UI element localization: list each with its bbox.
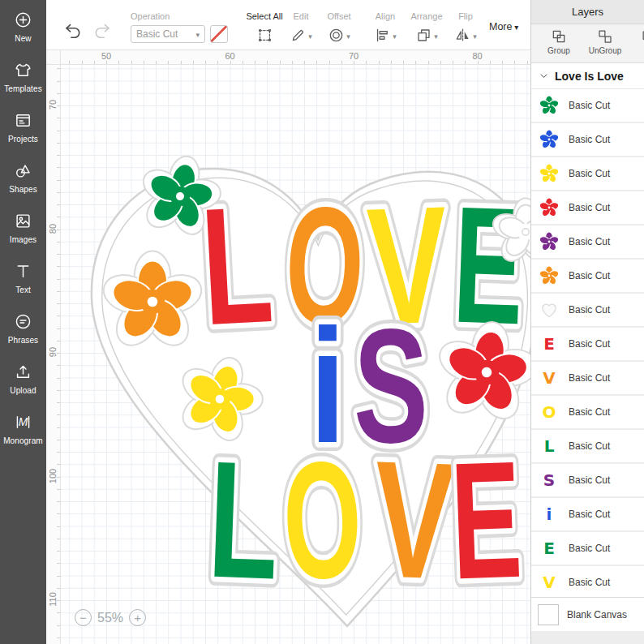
- letter-layer-icon: E: [538, 537, 560, 560]
- layer-row[interactable]: OBasic Cut: [531, 396, 644, 428]
- layer-row[interactable]: Basic Cut: [531, 225, 644, 258]
- layer-group-title: Love Is Love: [555, 70, 624, 83]
- ruler-tick: [57, 378, 60, 379]
- sidebar-item-text[interactable]: Text: [0, 262, 46, 294]
- offset-group: Offset: [319, 11, 359, 45]
- ruler-tick: [57, 612, 60, 613]
- canvas-letter-O[interactable]: O: [281, 425, 365, 613]
- pencil-icon: [290, 27, 307, 44]
- ruler-tick: [280, 61, 281, 64]
- d-button[interactable]: D: [632, 28, 644, 55]
- left-sidebar: NewTemplatesProjectsShapesImagesTextPhra…: [0, 0, 46, 644]
- layer-label: Basic Cut: [569, 440, 610, 452]
- ruler-number: 60: [225, 51, 234, 61]
- ruler-tick: [57, 551, 60, 552]
- images-icon: [14, 212, 32, 230]
- sidebar-item-upload[interactable]: Upload: [0, 363, 46, 395]
- canvas-letter-V[interactable]: V: [371, 425, 457, 613]
- undo-button[interactable]: [62, 20, 84, 41]
- flip-button[interactable]: [449, 25, 483, 45]
- top-toolbar: Operation Basic Cut Select All Edit Offs…: [46, 0, 530, 50]
- layers-panel-title: Layers: [531, 0, 644, 24]
- layer-label: Basic Cut: [569, 134, 610, 145]
- ruler-tick: [57, 155, 60, 156]
- layer-group-header[interactable]: Love Is Love: [531, 63, 644, 89]
- zoom-out-button[interactable]: −: [75, 609, 92, 626]
- ruler-tick: [57, 328, 60, 329]
- operation-select[interactable]: Basic Cut: [131, 25, 205, 43]
- ruler-tick: [57, 563, 60, 564]
- ruler-tick: [316, 61, 317, 64]
- blank-canvas-row[interactable]: Blank Canvas: [531, 597, 644, 631]
- ruler-tick: [57, 513, 60, 514]
- monogram-icon: M: [14, 413, 32, 431]
- offset-icon: [328, 27, 345, 44]
- flower-layer-icon: [538, 264, 560, 287]
- chevron-down-icon: [473, 28, 477, 42]
- zoom-in-button[interactable]: +: [129, 609, 146, 626]
- group-button[interactable]: Group: [538, 28, 580, 55]
- chevron-down-icon[interactable]: [538, 70, 550, 82]
- layer-row[interactable]: EBasic Cut: [531, 532, 644, 565]
- flip-group: Flip: [449, 11, 483, 45]
- layer-row[interactable]: Basic Cut: [531, 157, 644, 190]
- design-canvas[interactable]: LLOOVVEEiiSSLLOOVVEE: [61, 65, 530, 644]
- layer-row[interactable]: LBasic Cut: [531, 430, 644, 462]
- sidebar-item-projects[interactable]: Projects: [0, 111, 46, 144]
- layer-row[interactable]: SBasic Cut: [531, 464, 644, 496]
- operation-value: Basic Cut: [136, 28, 178, 40]
- sidebar-item-shapes[interactable]: Shapes: [0, 161, 46, 194]
- ruler-tick: [453, 61, 453, 64]
- svg-text:M: M: [19, 415, 28, 428]
- ruler-tick: [57, 254, 60, 255]
- flower-layer-icon: [538, 196, 560, 219]
- sidebar-item-monogram[interactable]: MMonogram: [0, 413, 46, 445]
- horizontal-ruler: 50607080: [61, 50, 530, 65]
- sidebar-item-phrases[interactable]: Phrases: [0, 312, 46, 345]
- ruler-tick: [230, 61, 231, 64]
- ruler-tick: [144, 61, 144, 64]
- layer-row[interactable]: Basic Cut: [531, 123, 644, 156]
- flip-label: Flip: [449, 11, 483, 21]
- arrange-button[interactable]: [405, 25, 449, 45]
- flower-layer-icon: [538, 128, 560, 151]
- letter-layer-icon: i: [538, 503, 560, 526]
- ruler-tick: [57, 131, 60, 131]
- cricut-design-space: NewTemplatesProjectsShapesImagesTextPhra…: [0, 0, 644, 644]
- layer-row[interactable]: iBasic Cut: [531, 498, 644, 530]
- layer-row[interactable]: Basic Cut: [531, 89, 644, 122]
- more-button[interactable]: More: [489, 21, 518, 32]
- letter-layer-icon: L: [538, 435, 560, 457]
- offset-button[interactable]: [319, 25, 359, 45]
- layer-row[interactable]: VBasic Cut: [531, 362, 644, 394]
- sidebar-item-new[interactable]: New: [0, 11, 46, 43]
- layer-row[interactable]: Basic Cut: [531, 260, 644, 292]
- edit-button[interactable]: [281, 25, 320, 45]
- layer-row[interactable]: Basic Cut: [531, 294, 644, 326]
- ruler-tick: [57, 192, 60, 193]
- canvas-letter-L[interactable]: L: [206, 426, 282, 614]
- canvas-letter-E[interactable]: E: [449, 426, 525, 614]
- layer-label: Basic Cut: [569, 100, 610, 111]
- color-swatch[interactable]: [210, 25, 228, 43]
- ruler-tick: [490, 61, 491, 64]
- sidebar-item-images[interactable]: Images: [0, 212, 46, 244]
- sidebar-item-label: Templates: [4, 84, 41, 93]
- ruler-tick: [57, 180, 60, 181]
- ruler-tick: [57, 390, 60, 391]
- ruler-number: 80: [472, 51, 482, 61]
- ruler-tick: [131, 61, 132, 64]
- layer-row[interactable]: VBasic Cut: [531, 566, 644, 597]
- layer-row[interactable]: Basic Cut: [531, 191, 644, 224]
- align-button[interactable]: [366, 25, 405, 45]
- ungroup-button[interactable]: UnGroup: [582, 28, 629, 55]
- ruler-tick: [168, 61, 169, 64]
- sidebar-item-templates[interactable]: Templates: [0, 61, 46, 93]
- redo-button[interactable]: [92, 20, 113, 41]
- ruler-tick: [57, 303, 60, 304]
- sidebar-item-label: Shapes: [9, 185, 37, 194]
- layer-row[interactable]: EBasic Cut: [531, 328, 644, 360]
- ruler-tick: [57, 427, 60, 428]
- select-all-icon[interactable]: [256, 27, 273, 44]
- layer-label: Basic Cut: [569, 202, 610, 213]
